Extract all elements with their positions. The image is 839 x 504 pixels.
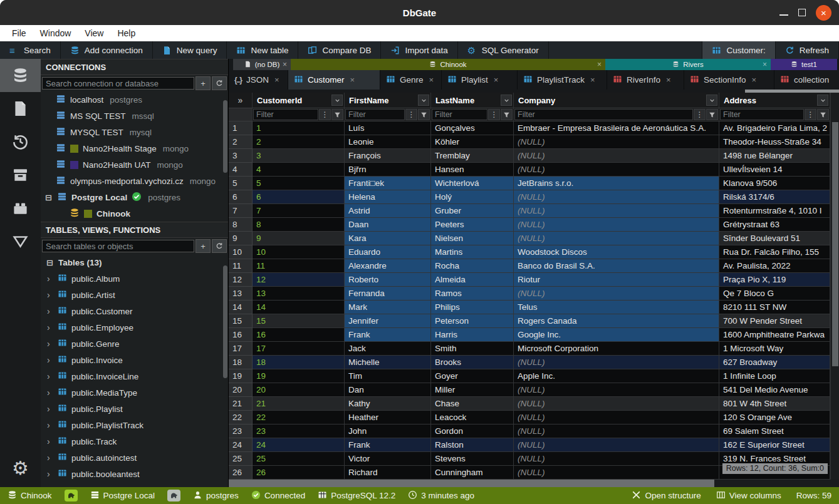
grid-cell[interactable]: (NULL) bbox=[514, 190, 719, 204]
grid-cell[interactable]: 2 bbox=[253, 135, 345, 149]
row-number[interactable]: 7 bbox=[229, 204, 253, 218]
grid-cell[interactable]: Rua Dr. Falcão Filho, 155 bbox=[719, 245, 830, 259]
grid-cell[interactable]: Alexandre bbox=[345, 259, 431, 273]
grid-cell[interactable]: 26 bbox=[253, 466, 345, 480]
connection-item[interactable]: MYSQL TESTmysql bbox=[41, 124, 228, 140]
connections-search-input[interactable] bbox=[42, 77, 194, 90]
grid-cell[interactable]: (NULL) bbox=[514, 383, 719, 397]
grid-cell[interactable]: 5 bbox=[253, 177, 345, 190]
add-connection-plus-button[interactable]: + bbox=[195, 76, 211, 90]
grid-cell[interactable]: Jennifer bbox=[345, 314, 431, 328]
grid-cell[interactable]: Qe 7 Bloco G bbox=[719, 287, 830, 301]
tab-playlisttrack[interactable]: PlaylistTrack× bbox=[518, 70, 607, 90]
status-item-3-minutes-ago[interactable]: 3 minutes ago bbox=[408, 490, 474, 501]
column-header-address[interactable]: Address bbox=[719, 93, 830, 108]
grid-cell[interactable]: (NULL) bbox=[514, 218, 719, 232]
grid-cell[interactable]: Gruber bbox=[431, 204, 514, 218]
grid-cell[interactable]: Wichterlová bbox=[431, 177, 514, 190]
grid-cell[interactable]: 17 bbox=[253, 342, 345, 356]
filter-funnel-button[interactable] bbox=[501, 109, 513, 120]
settings-gear-icon[interactable]: ⚙ bbox=[0, 451, 41, 485]
filter-funnel-button[interactable] bbox=[817, 109, 829, 120]
tab-collection[interactable]: collection bbox=[774, 70, 839, 90]
table-tree-item[interactable]: ›public.PlaylistTrack bbox=[41, 417, 228, 433]
grid-cell[interactable]: Google Inc. bbox=[514, 328, 719, 342]
chevron-right-icon[interactable]: › bbox=[47, 388, 53, 398]
grid-cell[interactable]: Eduardo bbox=[345, 245, 431, 259]
grid-cell[interactable]: Gonçalves bbox=[431, 121, 514, 135]
grid-cell[interactable]: Smith bbox=[431, 342, 514, 356]
grid-cell[interactable]: Telus bbox=[514, 301, 719, 314]
grid-cell[interactable]: 8 bbox=[253, 218, 345, 232]
grid-cell[interactable]: 627 Broadway bbox=[719, 356, 830, 369]
grid-cell[interactable]: (NULL) bbox=[514, 163, 719, 177]
filter-funnel-button[interactable] bbox=[331, 109, 343, 120]
menu-window[interactable]: Window bbox=[33, 28, 78, 38]
grid-cell[interactable]: Miller bbox=[431, 383, 514, 397]
grid-cell[interactable]: Peterson bbox=[431, 314, 514, 328]
grid-cell[interactable]: Goyer bbox=[431, 369, 514, 383]
close-button[interactable]: × bbox=[816, 5, 831, 21]
filter-input-customerid[interactable] bbox=[253, 109, 318, 120]
column-header-customerid[interactable]: CustomerId bbox=[253, 93, 345, 108]
connection-item[interactable]: olympus-medportal.vychozi.czmongo bbox=[41, 173, 228, 189]
grid-cell[interactable]: John bbox=[345, 424, 431, 438]
grid-cell[interactable]: Heather bbox=[345, 411, 431, 424]
filter-input-firstname[interactable] bbox=[345, 109, 405, 120]
grid-cell[interactable]: 1 bbox=[253, 121, 345, 135]
row-number[interactable]: 24 bbox=[229, 438, 253, 452]
menu-file[interactable]: File bbox=[5, 28, 33, 38]
grid-cell[interactable]: Nielsen bbox=[431, 232, 514, 245]
tab-riverinfo[interactable]: RiverInfo× bbox=[607, 70, 684, 90]
minimize-button[interactable] bbox=[779, 9, 788, 16]
grid-cell[interactable]: (NULL) bbox=[514, 149, 719, 163]
chevron-right-icon[interactable]: › bbox=[47, 420, 53, 430]
grid-cell[interactable]: Tremblay bbox=[431, 149, 514, 163]
grid-cell[interactable]: 1600 Amphitheatre Parkwa bbox=[719, 328, 830, 342]
grid-cell[interactable]: UllevÍlsveien 14 bbox=[719, 163, 830, 177]
status-item-postgre-local[interactable]: Postgre Local bbox=[90, 490, 155, 501]
grid-cell[interactable]: Franti□ek bbox=[345, 177, 431, 190]
activity-filter-triangle-icon[interactable] bbox=[0, 225, 41, 258]
grid-cell[interactable]: Klanova 9/506 bbox=[719, 177, 830, 190]
connection-item[interactable]: Nano2Health Stagemongo bbox=[41, 140, 228, 157]
table-tree-item[interactable]: ›public.autoinctest bbox=[41, 450, 228, 466]
tab-sectioninfo[interactable]: SectionInfo× bbox=[684, 70, 774, 90]
grid-cell[interactable]: Woodstock Discos bbox=[514, 245, 719, 259]
add-table-plus-button[interactable]: + bbox=[195, 239, 211, 253]
table-tree-item[interactable]: ›public.Track bbox=[41, 433, 228, 450]
grid-cell[interactable]: (NULL) bbox=[514, 466, 719, 480]
grid-cell[interactable]: (NULL) bbox=[514, 438, 719, 452]
column-dropdown-button[interactable] bbox=[418, 95, 429, 106]
row-number[interactable]: 3 bbox=[229, 149, 253, 163]
status-item[interactable] bbox=[167, 490, 180, 501]
status-item-rows-59[interactable]: Rows: 59 bbox=[796, 491, 831, 500]
grid-cell[interactable]: Leonie bbox=[345, 135, 431, 149]
grid-cell[interactable]: Gordon bbox=[431, 424, 514, 438]
chevron-right-icon[interactable]: › bbox=[47, 290, 53, 300]
grid-cell[interactable]: 162 E Superior Street bbox=[719, 438, 830, 452]
filter-funnel-button[interactable] bbox=[706, 109, 718, 120]
grid-cell[interactable]: Frank bbox=[345, 328, 431, 342]
grid-cell[interactable]: 24 bbox=[253, 438, 345, 452]
grid-cell[interactable]: (NULL) bbox=[514, 135, 719, 149]
grid-cell[interactable]: Embraer - Empresa Brasileira de Aeronáut… bbox=[514, 121, 719, 135]
grid-cell[interactable]: Apple Inc. bbox=[514, 369, 719, 383]
grid-cell[interactable]: (NULL) bbox=[514, 204, 719, 218]
grid-cell[interactable]: 23 bbox=[253, 424, 345, 438]
tables-search-input[interactable] bbox=[42, 240, 194, 252]
tables-group-row[interactable]: ⊟ Tables (13) bbox=[41, 254, 228, 270]
status-item-chinook[interactable]: Chinook bbox=[8, 490, 52, 501]
chevron-right-icon[interactable]: › bbox=[47, 355, 53, 365]
grid-cell[interactable]: 700 W Pender Street bbox=[719, 314, 830, 328]
grid-cell[interactable]: (NULL) bbox=[514, 287, 719, 301]
table-tree-item[interactable]: ›public.booleantest bbox=[41, 466, 228, 482]
row-number[interactable]: 17 bbox=[229, 342, 253, 356]
row-number[interactable]: 19 bbox=[229, 369, 253, 383]
grid-cell[interactable]: (NULL) bbox=[514, 397, 719, 411]
grid-cell[interactable]: Sĭnder Boulevard 51 bbox=[719, 232, 830, 245]
activity-file-icon[interactable] bbox=[0, 92, 41, 125]
table-tree-item[interactable]: ›public.Playlist bbox=[41, 401, 228, 417]
maximize-button[interactable] bbox=[798, 9, 806, 16]
grid-corner-expand[interactable]: » bbox=[229, 93, 253, 108]
